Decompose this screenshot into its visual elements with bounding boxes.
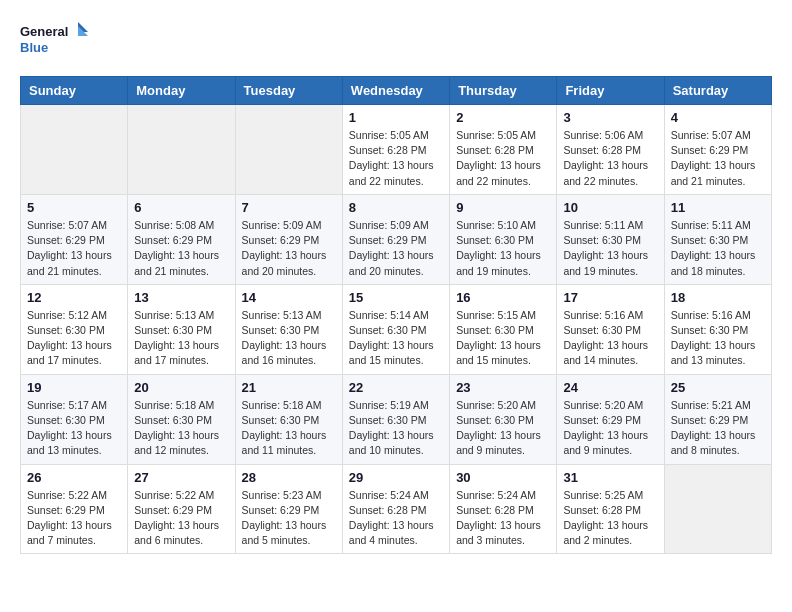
calendar-cell: 27Sunrise: 5:22 AM Sunset: 6:29 PM Dayli… [128, 464, 235, 554]
calendar-cell [21, 105, 128, 195]
weekday-header-sunday: Sunday [21, 77, 128, 105]
day-number: 30 [456, 470, 550, 485]
day-number: 16 [456, 290, 550, 305]
day-info: Sunrise: 5:11 AM Sunset: 6:30 PM Dayligh… [671, 218, 765, 279]
calendar-cell: 29Sunrise: 5:24 AM Sunset: 6:28 PM Dayli… [342, 464, 449, 554]
day-info: Sunrise: 5:11 AM Sunset: 6:30 PM Dayligh… [563, 218, 657, 279]
day-number: 28 [242, 470, 336, 485]
calendar-cell: 31Sunrise: 5:25 AM Sunset: 6:28 PM Dayli… [557, 464, 664, 554]
day-info: Sunrise: 5:24 AM Sunset: 6:28 PM Dayligh… [349, 488, 443, 549]
week-row-3: 12Sunrise: 5:12 AM Sunset: 6:30 PM Dayli… [21, 284, 772, 374]
day-info: Sunrise: 5:24 AM Sunset: 6:28 PM Dayligh… [456, 488, 550, 549]
day-number: 27 [134, 470, 228, 485]
day-info: Sunrise: 5:09 AM Sunset: 6:29 PM Dayligh… [242, 218, 336, 279]
calendar-cell: 25Sunrise: 5:21 AM Sunset: 6:29 PM Dayli… [664, 374, 771, 464]
day-number: 19 [27, 380, 121, 395]
calendar-cell: 26Sunrise: 5:22 AM Sunset: 6:29 PM Dayli… [21, 464, 128, 554]
day-number: 7 [242, 200, 336, 215]
day-info: Sunrise: 5:20 AM Sunset: 6:30 PM Dayligh… [456, 398, 550, 459]
calendar-cell: 11Sunrise: 5:11 AM Sunset: 6:30 PM Dayli… [664, 194, 771, 284]
calendar-cell: 20Sunrise: 5:18 AM Sunset: 6:30 PM Dayli… [128, 374, 235, 464]
day-info: Sunrise: 5:05 AM Sunset: 6:28 PM Dayligh… [456, 128, 550, 189]
day-number: 26 [27, 470, 121, 485]
day-number: 4 [671, 110, 765, 125]
day-number: 25 [671, 380, 765, 395]
day-number: 10 [563, 200, 657, 215]
logo: General Blue [20, 20, 90, 60]
day-info: Sunrise: 5:08 AM Sunset: 6:29 PM Dayligh… [134, 218, 228, 279]
calendar-cell: 17Sunrise: 5:16 AM Sunset: 6:30 PM Dayli… [557, 284, 664, 374]
calendar-cell: 12Sunrise: 5:12 AM Sunset: 6:30 PM Dayli… [21, 284, 128, 374]
week-row-2: 5Sunrise: 5:07 AM Sunset: 6:29 PM Daylig… [21, 194, 772, 284]
day-number: 24 [563, 380, 657, 395]
day-info: Sunrise: 5:20 AM Sunset: 6:29 PM Dayligh… [563, 398, 657, 459]
calendar-cell [128, 105, 235, 195]
calendar-cell: 15Sunrise: 5:14 AM Sunset: 6:30 PM Dayli… [342, 284, 449, 374]
day-number: 11 [671, 200, 765, 215]
day-number: 9 [456, 200, 550, 215]
weekday-header-thursday: Thursday [450, 77, 557, 105]
week-row-4: 19Sunrise: 5:17 AM Sunset: 6:30 PM Dayli… [21, 374, 772, 464]
day-info: Sunrise: 5:10 AM Sunset: 6:30 PM Dayligh… [456, 218, 550, 279]
day-info: Sunrise: 5:14 AM Sunset: 6:30 PM Dayligh… [349, 308, 443, 369]
day-number: 2 [456, 110, 550, 125]
day-number: 15 [349, 290, 443, 305]
weekday-header-tuesday: Tuesday [235, 77, 342, 105]
day-info: Sunrise: 5:13 AM Sunset: 6:30 PM Dayligh… [134, 308, 228, 369]
weekday-header-saturday: Saturday [664, 77, 771, 105]
day-number: 22 [349, 380, 443, 395]
svg-text:General: General [20, 24, 68, 39]
day-number: 6 [134, 200, 228, 215]
day-number: 21 [242, 380, 336, 395]
day-number: 23 [456, 380, 550, 395]
calendar-cell: 13Sunrise: 5:13 AM Sunset: 6:30 PM Dayli… [128, 284, 235, 374]
calendar-cell: 19Sunrise: 5:17 AM Sunset: 6:30 PM Dayli… [21, 374, 128, 464]
day-number: 14 [242, 290, 336, 305]
calendar-cell: 6Sunrise: 5:08 AM Sunset: 6:29 PM Daylig… [128, 194, 235, 284]
calendar-cell: 5Sunrise: 5:07 AM Sunset: 6:29 PM Daylig… [21, 194, 128, 284]
calendar-cell: 1Sunrise: 5:05 AM Sunset: 6:28 PM Daylig… [342, 105, 449, 195]
calendar-cell [235, 105, 342, 195]
day-info: Sunrise: 5:25 AM Sunset: 6:28 PM Dayligh… [563, 488, 657, 549]
calendar-cell: 8Sunrise: 5:09 AM Sunset: 6:29 PM Daylig… [342, 194, 449, 284]
calendar-cell: 4Sunrise: 5:07 AM Sunset: 6:29 PM Daylig… [664, 105, 771, 195]
day-info: Sunrise: 5:06 AM Sunset: 6:28 PM Dayligh… [563, 128, 657, 189]
logo-svg: General Blue [20, 20, 90, 60]
day-info: Sunrise: 5:05 AM Sunset: 6:28 PM Dayligh… [349, 128, 443, 189]
day-number: 29 [349, 470, 443, 485]
calendar-cell: 18Sunrise: 5:16 AM Sunset: 6:30 PM Dayli… [664, 284, 771, 374]
calendar-cell: 3Sunrise: 5:06 AM Sunset: 6:28 PM Daylig… [557, 105, 664, 195]
weekday-header-row: SundayMondayTuesdayWednesdayThursdayFrid… [21, 77, 772, 105]
day-info: Sunrise: 5:23 AM Sunset: 6:29 PM Dayligh… [242, 488, 336, 549]
day-number: 13 [134, 290, 228, 305]
day-info: Sunrise: 5:18 AM Sunset: 6:30 PM Dayligh… [134, 398, 228, 459]
calendar-cell: 9Sunrise: 5:10 AM Sunset: 6:30 PM Daylig… [450, 194, 557, 284]
day-number: 5 [27, 200, 121, 215]
calendar-cell: 23Sunrise: 5:20 AM Sunset: 6:30 PM Dayli… [450, 374, 557, 464]
day-info: Sunrise: 5:22 AM Sunset: 6:29 PM Dayligh… [27, 488, 121, 549]
day-number: 8 [349, 200, 443, 215]
day-info: Sunrise: 5:16 AM Sunset: 6:30 PM Dayligh… [563, 308, 657, 369]
calendar-cell [664, 464, 771, 554]
day-info: Sunrise: 5:19 AM Sunset: 6:30 PM Dayligh… [349, 398, 443, 459]
day-info: Sunrise: 5:22 AM Sunset: 6:29 PM Dayligh… [134, 488, 228, 549]
day-number: 1 [349, 110, 443, 125]
calendar-cell: 10Sunrise: 5:11 AM Sunset: 6:30 PM Dayli… [557, 194, 664, 284]
day-info: Sunrise: 5:12 AM Sunset: 6:30 PM Dayligh… [27, 308, 121, 369]
calendar-cell: 7Sunrise: 5:09 AM Sunset: 6:29 PM Daylig… [235, 194, 342, 284]
weekday-header-wednesday: Wednesday [342, 77, 449, 105]
calendar-cell: 2Sunrise: 5:05 AM Sunset: 6:28 PM Daylig… [450, 105, 557, 195]
day-number: 20 [134, 380, 228, 395]
page-header: General Blue [20, 20, 772, 60]
calendar-cell: 24Sunrise: 5:20 AM Sunset: 6:29 PM Dayli… [557, 374, 664, 464]
day-info: Sunrise: 5:09 AM Sunset: 6:29 PM Dayligh… [349, 218, 443, 279]
day-info: Sunrise: 5:16 AM Sunset: 6:30 PM Dayligh… [671, 308, 765, 369]
calendar-table: SundayMondayTuesdayWednesdayThursdayFrid… [20, 76, 772, 554]
day-number: 12 [27, 290, 121, 305]
calendar-cell: 14Sunrise: 5:13 AM Sunset: 6:30 PM Dayli… [235, 284, 342, 374]
day-number: 3 [563, 110, 657, 125]
day-info: Sunrise: 5:13 AM Sunset: 6:30 PM Dayligh… [242, 308, 336, 369]
calendar-cell: 21Sunrise: 5:18 AM Sunset: 6:30 PM Dayli… [235, 374, 342, 464]
day-info: Sunrise: 5:15 AM Sunset: 6:30 PM Dayligh… [456, 308, 550, 369]
day-info: Sunrise: 5:17 AM Sunset: 6:30 PM Dayligh… [27, 398, 121, 459]
